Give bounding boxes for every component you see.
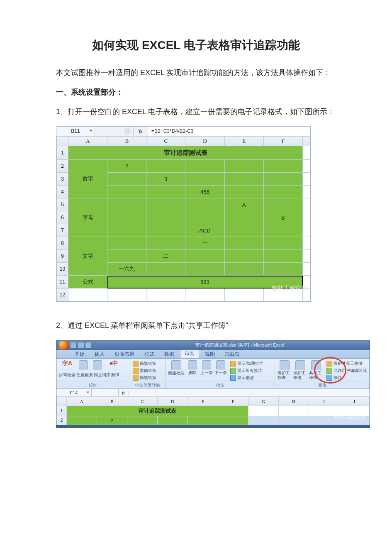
cell-e12[interactable] (224, 289, 263, 301)
cell-c8[interactable] (146, 237, 185, 250)
cell-f7[interactable] (263, 224, 302, 237)
cell-e5[interactable]: A (224, 198, 263, 211)
tab-review[interactable]: 审阅 (180, 349, 199, 358)
show-hide-comment-button[interactable]: 显示/隐藏批注 (230, 360, 263, 367)
cell-d7[interactable]: ACD (185, 224, 224, 237)
cell-b6[interactable] (107, 211, 146, 224)
cell-d2[interactable] (185, 160, 224, 173)
row-header-5[interactable]: 5 (57, 198, 68, 211)
protect-workbook-button[interactable]: 保护工作簿 (293, 360, 307, 380)
cell2-h2[interactable] (279, 416, 309, 425)
cell-b3[interactable] (107, 173, 146, 186)
cell2-c2[interactable] (127, 416, 158, 425)
cell-d5[interactable] (185, 198, 224, 211)
cell-c10[interactable] (146, 263, 185, 276)
cell-d9[interactable] (185, 250, 224, 263)
row-header-8[interactable]: 8 (57, 237, 68, 250)
cell2-g2[interactable] (248, 416, 279, 425)
col-header-e[interactable]: E (224, 137, 263, 146)
cell-b2[interactable]: 2 (107, 160, 146, 173)
cell-blank[interactable] (303, 146, 310, 160)
research-button[interactable] (77, 360, 90, 369)
tab-home[interactable]: 开始 (71, 350, 89, 358)
cell-blank[interactable] (303, 263, 310, 276)
col2-c[interactable]: C (127, 397, 158, 406)
row-header-11[interactable]: 11 (57, 276, 68, 289)
col2-i[interactable]: I (309, 397, 339, 406)
cell-d10[interactable] (185, 263, 224, 276)
cell-d12[interactable] (185, 289, 224, 301)
allow-edit-ranges-button[interactable]: 允许用户编辑区域 (326, 367, 367, 374)
cell-b4[interactable] (107, 186, 146, 198)
cell-blank[interactable] (303, 173, 310, 186)
cell-b8[interactable] (107, 237, 146, 250)
cell-e8[interactable] (224, 237, 263, 250)
cell-d3[interactable] (185, 173, 224, 186)
cell-d6[interactable] (185, 211, 224, 224)
delete-comment-button[interactable]: 删除 (186, 360, 199, 376)
cell2-a2[interactable] (67, 416, 97, 425)
col-header-b[interactable]: B (107, 137, 146, 146)
cell-a12[interactable] (68, 289, 107, 301)
cell-c7[interactable] (146, 224, 185, 237)
formula-bar-2-input[interactable] (129, 389, 370, 396)
label-text[interactable]: 文字 (68, 237, 107, 276)
fx-button[interactable]: fx (134, 127, 148, 136)
formula-bar-circle-icon[interactable] (124, 128, 131, 134)
label-letters[interactable]: 字母 (68, 198, 107, 237)
select-all-2[interactable] (57, 397, 67, 406)
track-changes-button[interactable]: 修订 (326, 374, 367, 381)
cell-b12[interactable] (107, 289, 146, 301)
cell-f9[interactable] (263, 250, 302, 263)
row-header-7[interactable]: 7 (57, 224, 68, 237)
protect-shared-button[interactable]: 保护共享工作簿 (326, 360, 367, 367)
col2-h[interactable]: H (279, 397, 309, 406)
cell-e6[interactable] (224, 211, 263, 224)
name-box-2[interactable]: F14▼ (56, 389, 92, 396)
cell-b5[interactable] (107, 198, 146, 211)
cell-blank[interactable] (303, 160, 310, 173)
cell-e2[interactable] (224, 160, 263, 173)
cell-blank[interactable] (303, 186, 310, 198)
cell2-blank[interactable] (248, 406, 279, 416)
row-header-10[interactable]: 10 (57, 263, 68, 276)
row-header-3[interactable]: 3 (57, 173, 68, 186)
office-button-icon[interactable] (59, 341, 69, 350)
protect-sheet-button[interactable]: 保护工作表 (278, 360, 292, 380)
tab-page-layout[interactable]: 页面布局 (110, 350, 139, 358)
cell-f3[interactable] (263, 173, 302, 186)
translate-button[interactable]: a中 (105, 360, 122, 366)
select-all-corner[interactable] (57, 137, 68, 146)
label-numbers[interactable]: 数字 (68, 160, 107, 198)
cell-blank[interactable] (303, 224, 310, 237)
sheet2-title[interactable]: 审计追踪测试表 (67, 406, 248, 416)
tab-view[interactable]: 视图 (201, 350, 219, 358)
row-header-6[interactable]: 6 (57, 211, 68, 224)
cell2-d2[interactable] (158, 416, 188, 425)
col2-j[interactable]: J (339, 397, 370, 406)
cell2-f2[interactable] (218, 416, 248, 425)
cell-f6[interactable]: B (263, 211, 302, 224)
col-header-blank[interactable] (303, 137, 310, 146)
new-comment-button[interactable]: 新建批注 (168, 360, 185, 375)
cell-b9[interactable] (107, 250, 146, 263)
col-header-a[interactable]: A (68, 137, 107, 146)
cell-e7[interactable] (224, 224, 263, 237)
row-header-4[interactable]: 4 (57, 186, 68, 198)
cjk-convert-button[interactable]: 简繁转换 (133, 374, 163, 381)
col2-f[interactable]: F (218, 397, 248, 406)
formula-bar-input[interactable]: =B2+C3*D4/B2-C3 (148, 127, 310, 136)
cell-f4[interactable] (263, 186, 302, 198)
col2-e[interactable]: E (188, 397, 218, 406)
cell-c6[interactable] (146, 211, 185, 224)
tab-insert[interactable]: 插入 (90, 350, 109, 358)
dropdown-icon[interactable]: ▼ (89, 129, 93, 133)
label-formula[interactable]: 公式 (68, 276, 107, 289)
fx-button-2[interactable]: fx (119, 389, 129, 396)
col2-d[interactable]: D (158, 397, 188, 406)
share-workbook-button[interactable]: 共享工作簿 (309, 360, 323, 380)
trad-to-simp-button[interactable]: 繁简转换 (133, 367, 163, 374)
cell2-b2[interactable]: 2 (97, 416, 127, 425)
cell-c3[interactable]: 3 (146, 173, 185, 186)
row2-2[interactable]: 2 (57, 416, 67, 425)
